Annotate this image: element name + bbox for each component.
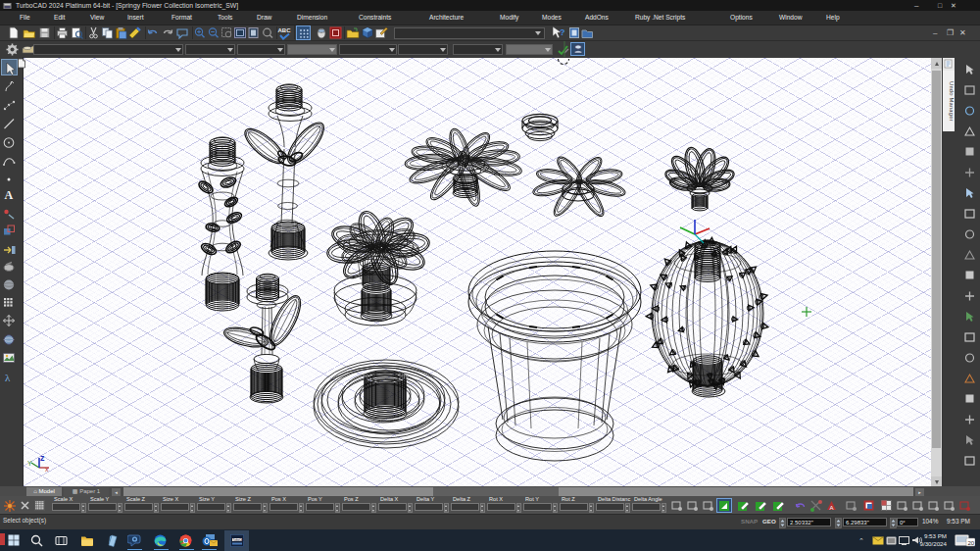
svg-text:20: 20	[968, 540, 975, 546]
svg-text:A: A	[830, 505, 834, 511]
svg-text:x: x	[45, 466, 49, 473]
svg-text:?: ?	[560, 27, 565, 37]
svg-text:TurboCAD: TurboCAD	[233, 538, 245, 542]
svg-text:ABC: ABC	[278, 27, 292, 33]
svg-text:A: A	[5, 188, 14, 202]
svg-text:λ: λ	[5, 372, 11, 383]
svg-text:z: z	[40, 453, 45, 463]
svg-text:Y: Y	[27, 460, 32, 467]
